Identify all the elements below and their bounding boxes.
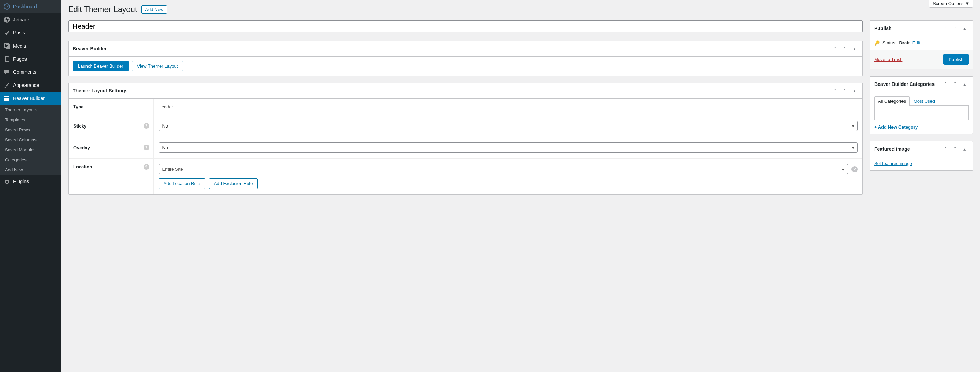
launch-beaver-builder-button[interactable]: Launch Beaver Builder — [73, 61, 129, 71]
builder-icon — [3, 95, 10, 102]
tab-most-used[interactable]: Most Used — [910, 96, 939, 106]
toggle-icon[interactable]: ▴ — [850, 45, 858, 53]
category-list — [874, 106, 969, 120]
move-down-icon[interactable]: ˅ — [951, 145, 959, 153]
menu-label: Dashboard — [13, 4, 37, 9]
menu-jetpack[interactable]: Jetpack — [0, 13, 61, 26]
submenu-templates[interactable]: Templates — [0, 115, 61, 125]
edit-status-link[interactable]: Edit — [912, 40, 920, 46]
move-up-icon[interactable]: ˄ — [941, 80, 949, 88]
dashboard-icon — [3, 3, 10, 10]
beaver-builder-box: Beaver Builder ˄ ˅ ▴ Launch Beaver Build… — [68, 41, 863, 76]
featured-image-box: Featured image ˄ ˅ ▴ Set featured image — [870, 141, 973, 171]
tab-all-categories[interactable]: All Categories — [874, 96, 910, 106]
brush-icon — [3, 82, 10, 89]
publish-button[interactable]: Publish — [943, 54, 969, 65]
jetpack-icon — [3, 16, 10, 23]
submenu-saved-modules[interactable]: Saved Modules — [0, 145, 61, 155]
submenu-add-new[interactable]: Add New — [0, 165, 61, 175]
menu-media[interactable]: Media — [0, 39, 61, 53]
chevron-down-icon: ▼ — [965, 1, 969, 6]
svg-rect-5 — [7, 98, 9, 101]
setting-row-location: Location ? Entire Site ✕ Add Lo — [68, 159, 862, 195]
admin-sidebar: Dashboard Jetpack Posts Media Pages Comm… — [0, 0, 61, 372]
toggle-icon[interactable]: ▴ — [960, 24, 969, 32]
side-column: Publish ˄ ˅ ▴ 🔑 Status: Draft Edit — [870, 20, 973, 202]
toggle-icon[interactable]: ▴ — [960, 80, 969, 88]
setting-label: Overlay — [73, 145, 90, 150]
help-icon[interactable]: ? — [144, 123, 149, 129]
help-icon[interactable]: ? — [144, 145, 149, 150]
setting-label: Type — [68, 99, 153, 115]
screen-options-label: Screen Options — [933, 1, 964, 6]
toggle-icon[interactable]: ▴ — [850, 86, 858, 95]
svg-point-2 — [7, 46, 8, 47]
page-header: Edit Themer Layout Add New — [68, 5, 973, 14]
setting-row-type: Type Header — [68, 99, 862, 115]
box-title: Beaver Builder — [73, 46, 107, 51]
move-down-icon[interactable]: ˅ — [951, 80, 959, 88]
setting-row-sticky: Sticky ? No — [68, 115, 862, 137]
move-up-icon[interactable]: ˄ — [831, 45, 839, 53]
sticky-select[interactable]: No — [159, 121, 858, 131]
box-title: Beaver Builder Categories — [874, 81, 934, 87]
status-value: Draft — [899, 40, 909, 46]
plugin-icon — [3, 178, 10, 185]
layout-title-input[interactable] — [68, 20, 863, 32]
pin-icon — [3, 29, 10, 36]
menu-label: Comments — [13, 69, 37, 75]
move-down-icon[interactable]: ˅ — [951, 24, 959, 32]
location-select[interactable]: Entire Site — [159, 164, 848, 174]
move-down-icon[interactable]: ˅ — [840, 45, 849, 53]
add-new-button[interactable]: Add New — [141, 5, 167, 14]
svg-rect-4 — [5, 98, 6, 101]
box-title: Themer Layout Settings — [73, 88, 127, 93]
add-exclusion-rule-button[interactable]: Add Exclusion Rule — [209, 178, 258, 189]
menu-plugins[interactable]: Plugins — [0, 175, 61, 188]
menu-beaver-builder[interactable]: Beaver Builder — [0, 92, 61, 105]
menu-posts[interactable]: Posts — [0, 26, 61, 39]
toggle-icon[interactable]: ▴ — [960, 145, 969, 153]
setting-label: Sticky — [73, 123, 86, 129]
menu-appearance[interactable]: Appearance — [0, 78, 61, 92]
move-up-icon[interactable]: ˄ — [941, 145, 949, 153]
menu-dashboard[interactable]: Dashboard — [0, 0, 61, 13]
overlay-select[interactable]: No — [159, 142, 858, 153]
menu-label: Jetpack — [13, 17, 30, 22]
add-new-category-link[interactable]: + Add New Category — [874, 125, 969, 129]
move-to-trash-link[interactable]: Move to Trash — [874, 57, 902, 62]
location-value: Entire Site — [162, 166, 183, 172]
remove-rule-icon[interactable]: ✕ — [851, 166, 858, 172]
main-column: Beaver Builder ˄ ˅ ▴ Launch Beaver Build… — [68, 20, 863, 202]
key-icon: 🔑 — [874, 40, 880, 46]
menu-pages[interactable]: Pages — [0, 53, 61, 65]
menu-comments[interactable]: Comments — [0, 65, 61, 78]
box-title: Publish — [874, 26, 892, 31]
submenu-saved-rows[interactable]: Saved Rows — [0, 125, 61, 135]
setting-value: Header — [153, 99, 862, 115]
status-label: Status: — [883, 40, 896, 46]
screen-options-button[interactable]: Screen Options ▼ — [929, 0, 973, 8]
submenu-categories[interactable]: Categories — [0, 155, 61, 165]
menu-label: Plugins — [13, 179, 29, 184]
add-location-rule-button[interactable]: Add Location Rule — [159, 178, 205, 189]
menu-label: Media — [13, 43, 26, 49]
svg-rect-3 — [5, 96, 9, 97]
setting-row-overlay: Overlay ? No — [68, 137, 862, 159]
move-down-icon[interactable]: ˅ — [840, 86, 849, 95]
box-title: Featured image — [874, 146, 910, 152]
categories-box: Beaver Builder Categories ˄ ˅ ▴ All Cate… — [870, 76, 973, 134]
submenu-saved-columns[interactable]: Saved Columns — [0, 135, 61, 145]
themer-settings-box: Themer Layout Settings ˄ ˅ ▴ Type Header — [68, 83, 863, 195]
submenu-beaver: Themer Layouts Templates Saved Rows Save… — [0, 105, 61, 175]
menu-label: Beaver Builder — [13, 96, 45, 101]
media-icon — [3, 42, 10, 49]
help-icon[interactable]: ? — [144, 164, 149, 169]
page-title: Edit Themer Layout — [68, 5, 137, 14]
view-themer-layout-button[interactable]: View Themer Layout — [132, 61, 183, 71]
move-up-icon[interactable]: ˄ — [831, 86, 839, 95]
submenu-themer-layouts[interactable]: Themer Layouts — [0, 105, 61, 115]
move-up-icon[interactable]: ˄ — [941, 24, 949, 32]
menu-label: Posts — [13, 30, 25, 35]
set-featured-image-link[interactable]: Set featured image — [874, 161, 912, 166]
